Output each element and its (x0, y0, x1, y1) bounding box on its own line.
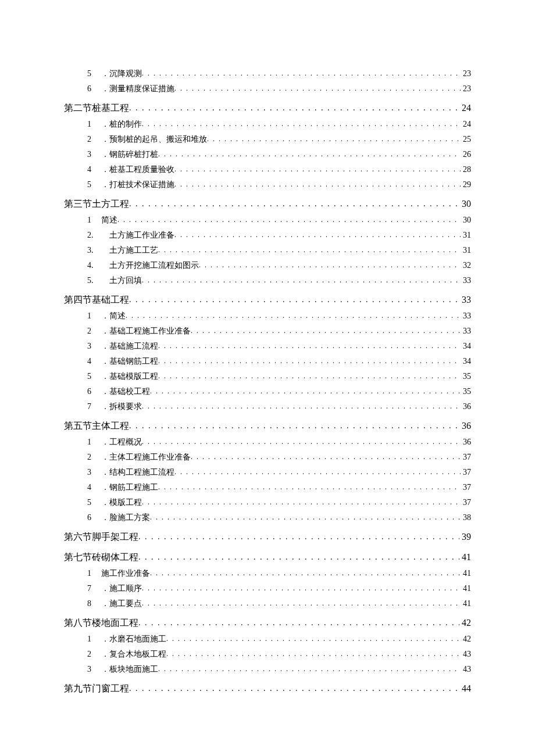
toc-entry-number: 5 (87, 69, 101, 78)
toc-dot-leader (174, 165, 461, 174)
toc-entry-label: 第五节主体工程 (64, 420, 129, 432)
toc-dot-leader (158, 150, 461, 159)
toc-dot-leader (142, 599, 461, 608)
toc-entry-page: 34 (461, 357, 471, 366)
toc-dot-leader (158, 372, 461, 381)
toc-dot-leader (174, 468, 461, 476)
toc-entry-label: 简述 (101, 215, 117, 225)
toc-sub-row: 4. 土方开挖施工流程如图示32 (64, 260, 471, 271)
toc-sub-row: 3．基础施工流程34 (64, 341, 471, 352)
toc-sub-row: 3．板块地面施工43 (64, 664, 471, 675)
toc-entry-number: 5 (87, 180, 101, 189)
toc-sub-row: 1施工作业准备41 (64, 568, 471, 579)
toc-entry-label: ．拆模要求 (101, 402, 142, 412)
toc-entry-number: 4 (87, 357, 101, 366)
toc-dot-leader (207, 135, 461, 144)
toc-entry-label: ．沉降观测 (101, 69, 142, 79)
toc-entry-label: 土方开挖施工流程如图示 (101, 260, 199, 271)
toc-dot-leader (129, 199, 459, 209)
toc-section-row: 第三节土方工程30 (64, 198, 471, 210)
toc-sub-row: 4．钢筋工程施工37 (64, 482, 471, 493)
toc-sub-row: 2. 土方施工作业准备31 (64, 230, 471, 241)
toc-entry-page: 31 (461, 246, 471, 255)
toc-entry-number: 6 (87, 513, 101, 522)
toc-entry-label: ．钢筋工程施工 (101, 482, 158, 493)
table-of-contents: 5．沉降观测236．测量精度保证措施23第二节桩基工程241．桩的制作242．预… (64, 69, 471, 695)
toc-entry-label: ．简述 (101, 311, 126, 321)
toc-dot-leader (129, 103, 459, 113)
toc-entry-number: 5 (87, 372, 101, 381)
toc-section-row: 第二节桩基工程24 (64, 102, 471, 114)
toc-entry-page: 41 (461, 584, 471, 593)
toc-entry-label: ．预制桩的起吊、搬运和堆放 (101, 134, 207, 145)
toc-dot-leader (158, 246, 461, 255)
toc-entry-page: 37 (461, 453, 471, 462)
toc-entry-page: 41 (461, 599, 471, 608)
toc-dot-leader (174, 231, 461, 239)
toc-sub-row: 3．钢筋碎桩打桩26 (64, 149, 471, 160)
toc-sub-row: 1．简述33 (64, 311, 471, 321)
toc-dot-leader (166, 650, 461, 658)
toc-sub-row: 3. 土方施工工艺31 (64, 245, 471, 256)
toc-entry-label: ．工程概况 (101, 437, 142, 447)
toc-entry-label: ．基础施工流程 (101, 341, 158, 352)
toc-sub-row: 7．拆模要求36 (64, 402, 471, 412)
toc-entry-number: 4 (87, 165, 101, 174)
toc-dot-leader (129, 421, 459, 431)
toc-dot-leader (142, 402, 461, 411)
toc-entry-label: 土方施工工艺 (101, 245, 158, 256)
toc-entry-page: 24 (459, 103, 471, 113)
toc-entry-label: 土方回填 (101, 275, 142, 286)
toc-dot-leader (191, 453, 461, 461)
toc-entry-page: 36 (461, 438, 471, 447)
toc-entry-label: ．水磨石地面施工 (101, 634, 166, 644)
toc-dot-leader (174, 180, 461, 189)
toc-entry-number: 7 (87, 402, 101, 411)
toc-entry-number: 8 (87, 599, 101, 608)
toc-entry-number: 3 (87, 468, 101, 477)
toc-entry-label: ．基础模版工程 (101, 371, 158, 382)
toc-entry-number: 3. (87, 246, 101, 255)
toc-sub-row: 6．基础校工程35 (64, 386, 471, 397)
toc-sub-row: 2．基础工程施工作业准备33 (64, 326, 471, 336)
toc-entry-label: 第九节门窗工程 (64, 683, 129, 695)
toc-entry-page: 37 (461, 483, 471, 492)
toc-entry-label: ．基础工程施工作业准备 (101, 326, 191, 336)
toc-entry-number: 2 (87, 135, 101, 144)
toc-dot-leader (126, 311, 461, 320)
toc-entry-label: ．施工要点 (101, 599, 142, 609)
toc-entry-page: 39 (459, 532, 471, 542)
toc-entry-number: 6 (87, 84, 101, 94)
toc-entry-page: 24 (461, 120, 471, 129)
toc-entry-number: 5 (87, 498, 101, 507)
toc-entry-number: 7 (87, 584, 101, 593)
toc-entry-label: ．板块地面施工 (101, 664, 158, 675)
toc-entry-page: 31 (461, 231, 471, 240)
toc-entry-number: 2 (87, 650, 101, 659)
toc-entry-page: 38 (461, 513, 471, 522)
toc-entry-page: 41 (459, 552, 471, 562)
toc-dot-leader (129, 295, 459, 304)
toc-sub-row: 6．脸施工方案38 (64, 513, 471, 523)
toc-entry-page: 44 (459, 683, 471, 694)
toc-entry-number: 3 (87, 665, 101, 674)
toc-section-row: 第八节楼地面工程42 (64, 617, 471, 629)
toc-dot-leader (199, 261, 461, 270)
toc-dot-leader (158, 665, 461, 673)
toc-sub-row: 1简述30 (64, 215, 471, 225)
toc-entry-label: ．桩基工程质量验收 (101, 164, 174, 175)
toc-dot-leader (158, 357, 461, 366)
toc-sub-row: 8．施工要点41 (64, 599, 471, 609)
toc-dot-leader (138, 532, 459, 542)
toc-entry-label: ．打桩技术保证措施 (101, 180, 174, 190)
toc-sub-row: 1．桩的制作24 (64, 119, 471, 130)
toc-entry-number: 1 (87, 311, 101, 321)
toc-sub-row: 5．打桩技术保证措施29 (64, 180, 471, 190)
toc-entry-page: 30 (461, 216, 471, 225)
toc-dot-leader (142, 276, 461, 285)
toc-dot-leader (150, 513, 461, 522)
toc-entry-number: 1 (87, 216, 101, 225)
toc-entry-page: 30 (459, 199, 471, 209)
toc-sub-row: 2．复合木地板工程43 (64, 649, 471, 660)
toc-entry-page: 41 (461, 569, 471, 578)
